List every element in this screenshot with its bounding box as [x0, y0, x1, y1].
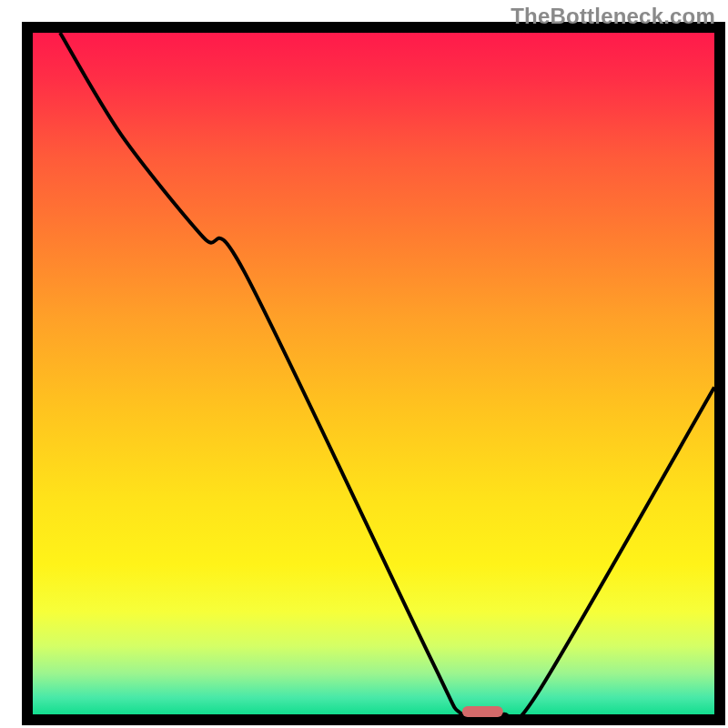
- chart-frame: TheBottleneck.com: [0, 0, 728, 728]
- optimum-marker: [462, 706, 503, 717]
- bottleneck-chart: [0, 0, 728, 728]
- gradient-background: [33, 33, 714, 714]
- watermark-text: TheBottleneck.com: [511, 4, 715, 29]
